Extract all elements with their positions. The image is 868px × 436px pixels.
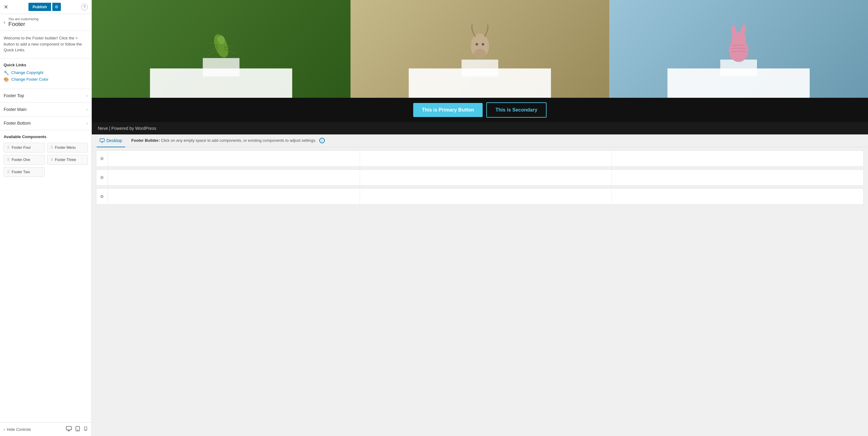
preview-area: This is Primary Button This is Secondary… [92, 0, 868, 134]
desktop-device-button[interactable] [66, 426, 72, 433]
components-grid: ⠿ Footer Four ⠿ Footer Menu ⠿ Footer One… [4, 143, 88, 177]
row-cells-1 [108, 150, 863, 167]
component-footer-two[interactable]: ⠿ Footer Two [4, 167, 45, 177]
card-overlay-1 [150, 68, 292, 98]
change-footer-color-link[interactable]: 🎨 Change Footer Color [4, 77, 88, 82]
footer-four-label: Footer Four [11, 145, 31, 150]
svg-rect-27 [100, 139, 104, 141]
gear-icon: ⚙ [55, 5, 58, 9]
drag-icon-4: ⠿ [51, 158, 53, 162]
builder-hint: Footer Builder: Click on any empty space… [131, 138, 324, 143]
component-footer-four[interactable]: ⠿ Footer Four [4, 143, 45, 153]
top-bar: ✕ Publish ⚙ ? [0, 0, 91, 14]
gallery-item-1 [92, 0, 350, 98]
change-footer-color-label: Change Footer Color [11, 77, 48, 81]
footer-one-label: Footer One [11, 158, 30, 162]
chevron-right-icon-2: › [86, 107, 88, 112]
footer-text: Neve | Powered by WordPress [98, 126, 156, 131]
breadcrumb-subtitle: You are customizing [8, 17, 38, 21]
hide-controls-arrow-icon: ‹ [4, 427, 5, 432]
row-cell-3-1[interactable] [108, 189, 360, 204]
builder-row-2: ⚙ [96, 169, 864, 186]
footer-bottom-label: Footer Bottom [4, 121, 31, 126]
svg-rect-0 [66, 427, 71, 430]
section-footer-bottom[interactable]: Footer Bottom › [0, 116, 91, 130]
builder-hint-text: Click on any empty space to add componen… [161, 138, 316, 143]
publish-area: Publish ⚙ [28, 3, 61, 11]
builder-row-1: ⚙ [96, 150, 864, 167]
card-overlay-2 [409, 68, 551, 98]
row-cell-2-3[interactable] [612, 170, 863, 186]
component-footer-menu[interactable]: ⠿ Footer Menu [47, 143, 88, 153]
gallery-row [92, 0, 868, 98]
builder-rows: ⚙ ⚙ ⚙ [92, 147, 868, 208]
footer-main-label: Footer Main [4, 107, 27, 112]
copyright-icon: 🔧 [4, 70, 9, 75]
publish-gear-button[interactable]: ⚙ [52, 3, 61, 11]
main-area: This is Primary Button This is Secondary… [92, 0, 868, 436]
device-buttons [66, 426, 88, 433]
hide-controls-label: Hide Controls [7, 427, 31, 432]
publish-button[interactable]: Publish [28, 3, 51, 11]
row-gear-1[interactable]: ⚙ [96, 150, 108, 167]
gallery-item-2 [350, 0, 609, 98]
breadcrumb: ‹ You are customizing Footer [0, 14, 91, 31]
drag-icon-2: ⠿ [51, 145, 53, 150]
row-cell-1-3[interactable] [612, 150, 863, 167]
chevron-right-icon-3: › [86, 121, 88, 126]
breadcrumb-text: You are customizing Footer [8, 17, 38, 28]
back-icon: ‹ [4, 20, 5, 25]
change-copyright-link[interactable]: 🔧 Change Copyright [4, 70, 88, 75]
row-cell-3-3[interactable] [612, 189, 863, 204]
row-cell-1-1[interactable] [108, 150, 360, 167]
row-cell-1-2[interactable] [360, 150, 612, 167]
color-icon: 🎨 [4, 77, 9, 82]
component-footer-three[interactable]: ⠿ Footer Three [47, 155, 88, 165]
drag-icon-1: ⠿ [7, 145, 10, 150]
svg-point-4 [78, 430, 78, 431]
svg-point-19 [474, 49, 486, 58]
drag-icon-5: ⠿ [7, 170, 10, 174]
tablet-device-button[interactable] [75, 426, 81, 433]
footer-two-label: Footer Two [11, 170, 30, 174]
mobile-device-button[interactable] [84, 426, 88, 433]
hide-controls-button[interactable]: ‹ Hide Controls [4, 427, 31, 432]
row-cell-3-2[interactable] [360, 189, 612, 204]
footer-three-label: Footer Three [55, 158, 76, 162]
available-components-title: Available Components [4, 134, 88, 139]
row-gear-2[interactable]: ⚙ [96, 170, 108, 186]
close-icon: ✕ [4, 4, 8, 10]
drag-icon-3: ⠿ [7, 158, 10, 162]
secondary-button[interactable]: This is Secondary [486, 102, 547, 118]
breadcrumb-title: Footer [8, 21, 38, 28]
desktop-tab[interactable]: Desktop [97, 134, 125, 147]
close-button[interactable]: ✕ [4, 4, 8, 10]
builder-row-3: ⚙ [96, 188, 864, 205]
change-copyright-label: Change Copyright [11, 70, 43, 75]
chevron-right-icon: › [86, 93, 88, 98]
builder-header: Desktop Footer Builder: Click on any emp… [92, 134, 868, 147]
section-footer-top[interactable]: Footer Top › [0, 89, 91, 103]
row-cell-2-2[interactable] [360, 170, 612, 186]
footer-top-label: Footer Top [4, 93, 24, 98]
row-gear-3[interactable]: ⚙ [96, 189, 108, 204]
footer-text-bar: Neve | Powered by WordPress [92, 122, 868, 134]
card-overlay-3 [668, 68, 810, 98]
component-footer-one[interactable]: ⠿ Footer One [4, 155, 45, 165]
section-footer-main[interactable]: Footer Main › [0, 103, 91, 116]
builder-hint-bold: Footer Builder: [131, 138, 160, 143]
help-icon: ? [84, 5, 86, 9]
row-cells-2 [108, 170, 863, 186]
help-button[interactable]: ? [81, 4, 88, 10]
svg-point-21 [482, 43, 484, 45]
row-cell-2-1[interactable] [108, 170, 360, 186]
quick-links-section: Quick Links 🔧 Change Copyright 🎨 Change … [0, 58, 91, 89]
quick-links-title: Quick Links [4, 63, 88, 67]
svg-line-16 [221, 28, 223, 36]
primary-button[interactable]: This is Primary Button [413, 103, 483, 117]
gallery-item-3 [609, 0, 868, 98]
info-icon[interactable]: i [319, 138, 325, 143]
gallery-image-2 [350, 0, 609, 98]
svg-point-6 [85, 430, 86, 430]
back-button[interactable]: ‹ [4, 20, 5, 25]
